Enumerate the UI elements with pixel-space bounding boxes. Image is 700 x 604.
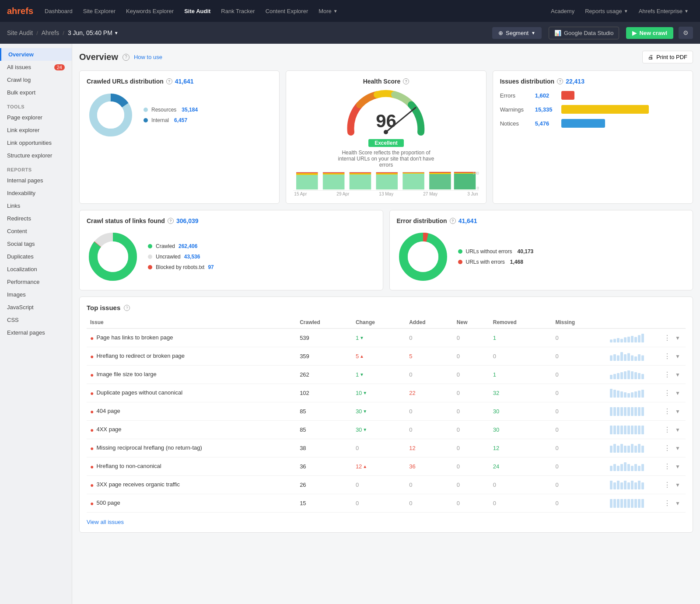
issue-name[interactable]: Hreflang to non-canonical	[96, 463, 161, 469]
sidebar-item-structure-explorer[interactable]: Structure explorer	[0, 149, 72, 162]
error-help-icon[interactable]: ?	[450, 218, 456, 224]
view-all-issues-link[interactable]: View all issues	[87, 519, 124, 525]
row-menu-button[interactable]: ⋮	[662, 333, 672, 343]
errors-value[interactable]: 1,602	[535, 92, 557, 99]
row-menu-button[interactable]: ⋮	[662, 425, 672, 435]
segment-button[interactable]: ⊕ Segment ▼	[492, 27, 542, 39]
sidebar-item-content[interactable]: Content	[0, 225, 72, 237]
sidebar-item-link-opportunities[interactable]: Link opportunities	[0, 136, 72, 149]
sidebar-item-crawl-log[interactable]: Crawl log	[0, 73, 72, 86]
sidebar-item-css[interactable]: CSS	[0, 314, 72, 326]
sidebar-item-overview[interactable]: Overview	[0, 48, 72, 61]
issue-name[interactable]: 404 page	[96, 408, 120, 414]
breadcrumb-date[interactable]: 3 Jun, 05:40 PM ▼	[68, 29, 119, 36]
row-expand-button[interactable]: ▼	[673, 408, 682, 415]
sidebar-item-indexability[interactable]: Indexability	[0, 187, 72, 199]
issue-name[interactable]: Duplicate pages without canonical	[96, 389, 182, 396]
new-crawl-button[interactable]: ▶ New crawl	[626, 27, 673, 39]
notices-value[interactable]: 5,476	[535, 120, 557, 127]
svg-rect-91	[613, 426, 616, 434]
issue-name[interactable]: Hreflang to redirect or broken page	[96, 353, 185, 359]
nav-keywords-explorer[interactable]: Keywords Explorer	[122, 5, 178, 17]
sidebar-item-bulk-export[interactable]: Bulk export	[0, 86, 72, 99]
col-removed[interactable]: Removed	[490, 317, 552, 328]
row-expand-button[interactable]: ▼	[673, 499, 682, 507]
sidebar-item-redirects[interactable]: Redirects	[0, 212, 72, 225]
blocked-value[interactable]: 97	[208, 264, 214, 270]
no-error-value[interactable]: 40,173	[518, 248, 534, 255]
sidebar-item-page-explorer[interactable]: Page explorer	[0, 111, 72, 124]
internal-value[interactable]: 6,457	[174, 117, 187, 123]
print-to-pdf-button[interactable]: 🖨 Print to PDF	[642, 51, 693, 63]
issue-name[interactable]: Image file size too large	[96, 371, 156, 377]
nav-site-explorer[interactable]: Site Explorer	[79, 5, 120, 17]
issue-name[interactable]: 3XX page receives organic traffic	[96, 481, 180, 488]
table-row: ● Missing reciprocal hreflang (no return…	[87, 439, 686, 457]
row-expand-button[interactable]: ▼	[673, 353, 682, 360]
how-to-use-link[interactable]: How to use	[134, 54, 162, 60]
issue-name[interactable]: 4XX page	[96, 426, 121, 433]
row-menu-button[interactable]: ⋮	[662, 370, 672, 380]
issues-help-icon[interactable]: ?	[557, 78, 563, 84]
row-menu-button[interactable]: ⋮	[662, 388, 672, 398]
sidebar-item-links[interactable]: Links	[0, 199, 72, 212]
nav-academy[interactable]: Academy	[546, 5, 579, 17]
nav-content-explorer[interactable]: Content Explorer	[261, 5, 313, 17]
sidebar-item-performance[interactable]: Performance	[0, 276, 72, 288]
nav-rank-tracker[interactable]: Rank Tracker	[217, 5, 259, 17]
missing-cell: 0	[552, 366, 606, 384]
row-menu-button[interactable]: ⋮	[662, 443, 672, 453]
row-menu-button[interactable]: ⋮	[662, 406, 672, 416]
breadcrumb-root[interactable]: Site Audit	[7, 29, 33, 36]
row-expand-button[interactable]: ▼	[673, 371, 682, 379]
col-change[interactable]: Change	[352, 317, 406, 328]
help-icon[interactable]: ?	[122, 54, 130, 61]
sidebar-item-external-pages[interactable]: External pages	[0, 326, 72, 339]
nav-site-audit[interactable]: Site Audit	[180, 5, 215, 17]
sidebar-item-link-explorer[interactable]: Link explorer	[0, 124, 72, 136]
col-added[interactable]: Added	[406, 317, 453, 328]
sidebar-item-all-issues[interactable]: All issues 24	[0, 61, 72, 73]
row-expand-button[interactable]: ▼	[673, 444, 682, 452]
gds-button[interactable]: 📊 Google Data Studio	[549, 27, 619, 39]
nav-enterprise[interactable]: Ahrefs Enterprise ▼	[634, 5, 693, 17]
crawl-help-icon[interactable]: ?	[168, 218, 174, 224]
warnings-value[interactable]: 15,335	[535, 106, 557, 113]
issue-name[interactable]: Page has links to broken page	[96, 334, 173, 341]
row-menu-button[interactable]: ⋮	[662, 480, 672, 490]
row-expand-button[interactable]: ▼	[673, 481, 682, 489]
nav-reports-usage[interactable]: Reports usage ▼	[581, 5, 632, 17]
issue-name[interactable]: Missing reciprocal hreflang (no return-t…	[96, 444, 202, 451]
col-missing[interactable]: Missing	[552, 317, 606, 328]
row-actions: ⋮ ▼	[658, 494, 686, 513]
settings-button[interactable]: ⚙	[679, 27, 693, 39]
nav-dashboard[interactable]: Dashboard	[40, 5, 77, 17]
sidebar-item-duplicates[interactable]: Duplicates	[0, 250, 72, 263]
sidebar-item-social-tags[interactable]: Social tags	[0, 237, 72, 250]
row-expand-button[interactable]: ▼	[673, 463, 682, 471]
breadcrumb-site[interactable]: Ahrefs	[42, 29, 59, 36]
sidebar-item-localization[interactable]: Localization	[0, 263, 72, 276]
row-expand-button[interactable]: ▼	[673, 334, 682, 342]
row-menu-button[interactable]: ⋮	[662, 461, 672, 471]
crawled-help-icon[interactable]: ?	[166, 78, 172, 84]
svg-rect-102	[617, 446, 620, 453]
uncrawled-value[interactable]: 43,536	[184, 254, 200, 260]
with-error-value[interactable]: 1,468	[510, 259, 523, 265]
top-issues-help-icon[interactable]: ?	[124, 305, 130, 311]
crawled-value[interactable]: 262,406	[178, 243, 197, 249]
sidebar-item-images[interactable]: Images	[0, 288, 72, 301]
row-menu-button[interactable]: ⋮	[662, 351, 672, 361]
col-new[interactable]: New	[453, 317, 490, 328]
row-expand-button[interactable]: ▼	[673, 426, 682, 434]
resources-value[interactable]: 35,184	[182, 107, 198, 113]
sidebar-item-internal-pages[interactable]: Internal pages	[0, 174, 72, 187]
row-menu-button[interactable]: ⋮	[662, 498, 672, 508]
row-expand-button[interactable]: ▼	[673, 389, 682, 397]
issue-name[interactable]: 500 page	[96, 499, 120, 506]
sidebar-item-javascript[interactable]: JavaScript	[0, 301, 72, 314]
col-crawled[interactable]: Crawled	[296, 317, 352, 328]
nav-more[interactable]: More ▼	[314, 5, 342, 17]
missing-cell: 0	[552, 347, 606, 366]
health-help-icon[interactable]: ?	[403, 78, 409, 84]
